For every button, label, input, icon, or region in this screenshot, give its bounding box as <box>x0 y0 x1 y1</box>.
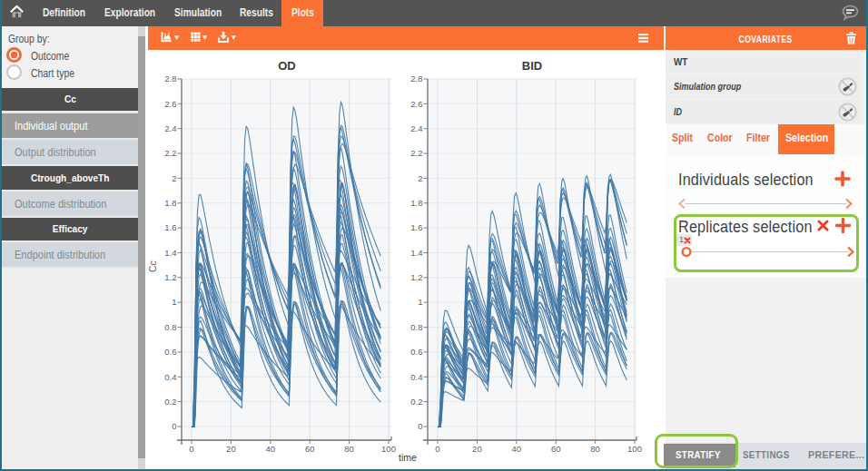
svg-text:0: 0 <box>172 421 176 431</box>
svg-text:Cc: Cc <box>147 260 158 272</box>
svg-text:0.2: 0.2 <box>410 397 422 407</box>
svg-text:2.2: 2.2 <box>410 148 422 158</box>
svg-text:60: 60 <box>551 444 561 454</box>
svg-text:80: 80 <box>344 444 354 454</box>
svg-text:1.6: 1.6 <box>410 222 422 232</box>
svg-text:20: 20 <box>472 444 482 454</box>
svg-text:100: 100 <box>627 444 642 454</box>
svg-text:0.2: 0.2 <box>164 397 176 407</box>
svg-text:80: 80 <box>590 444 600 454</box>
svg-text:2.6: 2.6 <box>410 99 422 109</box>
svg-text:2: 2 <box>172 173 176 183</box>
svg-text:1.8: 1.8 <box>164 198 176 208</box>
svg-text:OD: OD <box>278 59 296 73</box>
svg-text:0: 0 <box>189 444 193 454</box>
svg-text:40: 40 <box>512 444 522 454</box>
svg-text:0.4: 0.4 <box>410 372 422 382</box>
svg-text:1: 1 <box>418 297 422 307</box>
svg-text:1.2: 1.2 <box>164 272 176 282</box>
svg-text:1.4: 1.4 <box>164 248 176 258</box>
svg-text:60: 60 <box>305 444 315 454</box>
svg-text:0.6: 0.6 <box>164 347 176 357</box>
svg-text:1.4: 1.4 <box>410 248 422 258</box>
svg-text:0: 0 <box>418 421 422 431</box>
svg-text:0.8: 0.8 <box>410 322 422 332</box>
svg-text:BID: BID <box>522 59 542 73</box>
svg-text:0: 0 <box>435 444 439 454</box>
svg-text:1.6: 1.6 <box>164 222 176 232</box>
svg-text:0.4: 0.4 <box>164 372 176 382</box>
svg-text:time: time <box>399 452 417 463</box>
svg-text:0.6: 0.6 <box>410 347 422 357</box>
svg-text:2.8: 2.8 <box>164 74 176 83</box>
svg-text:2.6: 2.6 <box>164 99 176 109</box>
svg-text:1.2: 1.2 <box>410 272 422 282</box>
svg-text:0.8: 0.8 <box>164 322 176 332</box>
svg-text:1.8: 1.8 <box>410 198 422 208</box>
svg-text:100: 100 <box>381 444 396 454</box>
svg-text:2.2: 2.2 <box>164 148 176 158</box>
svg-text:1: 1 <box>172 297 176 307</box>
svg-text:2.4: 2.4 <box>410 123 422 133</box>
svg-text:2: 2 <box>418 173 422 183</box>
svg-text:40: 40 <box>266 444 276 454</box>
svg-text:2.4: 2.4 <box>164 123 176 133</box>
svg-text:20: 20 <box>226 444 236 454</box>
svg-text:2.8: 2.8 <box>410 74 422 83</box>
